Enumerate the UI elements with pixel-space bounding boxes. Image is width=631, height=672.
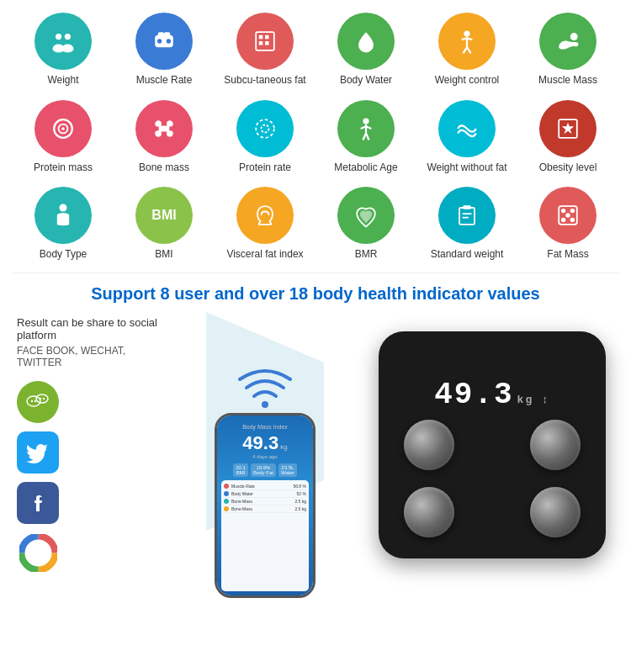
phone-list: Muscle Rate 56.8 % Body Water 52 % Bone …: [221, 480, 309, 591]
icon-obesity-level: Obesity level: [522, 100, 614, 175]
scale-electrode-bl: [404, 487, 454, 537]
icon-metabolic-age-circle: [337, 100, 395, 157]
icon-weight-without-fat-circle: [438, 100, 496, 157]
color-wheel-icon: [17, 532, 59, 574]
icon-weight-without-fat-label: Weight without fat: [427, 161, 506, 175]
svg-point-10: [167, 39, 171, 43]
svg-point-9: [157, 39, 162, 43]
icon-standard-weight: Standard weight: [421, 187, 513, 262]
svg-point-25: [61, 127, 65, 130]
icon-body-water-label: Body Water: [340, 74, 392, 87]
icon-bone-mass: Bone mass: [118, 100, 210, 175]
phone-mockup: Body Mass Index 49.3 kg 4 days ago 20.1 …: [215, 413, 316, 598]
platforms-text: FACE BOOK, WECHAT, TWITTER: [17, 345, 160, 368]
scale-display: 49.3kg ↕: [434, 378, 550, 412]
icon-protein-mass: Protein mass: [17, 100, 109, 175]
icon-bone-mass-label: Bone mass: [139, 161, 189, 175]
svg-point-48: [36, 394, 48, 403]
icon-fat-mass-circle: [539, 187, 597, 244]
phone-stat-fat: 19.9% Body Fat: [251, 463, 276, 477]
svg-rect-8: [164, 32, 170, 36]
facebook-icon: [17, 482, 59, 524]
svg-rect-40: [464, 205, 471, 209]
icon-subcu-fat: Subcu-taneous fat: [219, 13, 311, 87]
icon-bmr: BMR: [320, 187, 412, 262]
icon-fat-mass: Fat Mass: [522, 187, 614, 262]
icon-weight-control-circle: [438, 13, 496, 70]
icon-weight-label: Weight: [47, 74, 78, 87]
icon-protein-mass-circle: [34, 100, 92, 157]
phone-weight-value: 49.3: [242, 432, 278, 454]
scale-electrode-br: [530, 487, 581, 537]
icon-weight: Weight: [17, 13, 109, 87]
icon-muscle-rate-label: Muscle Rate: [136, 74, 193, 87]
phone-list-item-0: Muscle Rate 56.8 %: [224, 483, 306, 490]
icon-protein-rate-circle: [236, 100, 294, 157]
wechat-icon: [17, 381, 59, 423]
scale-electrode-tl: [404, 420, 454, 470]
icon-protein-mass-label: Protein mass: [34, 161, 93, 175]
twitter-icon: [17, 431, 59, 474]
svg-point-46: [565, 213, 570, 217]
svg-point-54: [29, 545, 46, 562]
phone-wifi-col: Body Mass Index 49.3 kg 4 days ago 20.1 …: [164, 312, 366, 579]
phone-stat-bmi: 20.1 BMI: [233, 463, 248, 477]
icon-metabolic-age-label: Metabolic Age: [334, 161, 397, 175]
icon-subcu-fat-circle: [236, 13, 294, 70]
scale-device: 49.3kg ↕: [379, 331, 606, 558]
icon-standard-weight-circle: [438, 187, 496, 244]
icon-body-type-circle: [34, 187, 92, 244]
social-section: Result can be share to social platform F…: [13, 312, 618, 579]
phone-weight-display: 49.3 kg: [242, 432, 287, 454]
phone-stats: 20.1 BMI 19.9% Body Fat 23.5L Water: [233, 463, 296, 477]
svg-point-56: [262, 401, 268, 408]
svg-rect-12: [259, 35, 263, 40]
svg-point-22: [570, 33, 578, 40]
svg-line-20: [464, 47, 468, 53]
icon-obesity-level-label: Obesity level: [539, 161, 597, 175]
icon-bmr-label: BMR: [355, 248, 378, 262]
icon-bmi-circle: BMI: [135, 187, 193, 244]
svg-rect-15: [265, 41, 269, 45]
icon-obesity-level-circle: [539, 100, 597, 157]
scale-col: 49.3kg ↕: [366, 312, 618, 579]
icons-row-3: Body Type BMI BMI Visceral fat index BMR…: [13, 183, 618, 266]
phone-list-item-1: Body Water 52 %: [224, 490, 306, 498]
social-left-col: Result can be share to social platform F…: [13, 312, 164, 579]
page-container: Weight Muscle Rate Subcu-taneous fat Bod…: [0, 0, 631, 587]
phone-stat-water: 23.5L Water: [278, 463, 297, 477]
icon-body-type-label: Body Type: [40, 248, 87, 262]
svg-rect-13: [265, 35, 269, 40]
svg-point-26: [256, 119, 274, 138]
svg-point-2: [53, 45, 64, 50]
social-icons-list: [17, 381, 160, 574]
support-headline: Support 8 user and over 18 body health i…: [13, 282, 618, 305]
icon-body-type: Body Type: [17, 187, 109, 262]
icon-protein-rate: Protein rate: [219, 100, 311, 175]
svg-point-52: [43, 398, 45, 399]
svg-rect-7: [158, 32, 164, 36]
icon-weight-without-fat: Weight without fat: [421, 100, 513, 175]
svg-point-28: [363, 118, 369, 124]
icon-muscle-mass: Muscle Mass: [522, 13, 614, 87]
icon-muscle-rate-circle: [135, 13, 193, 70]
icon-visceral-fat-circle: [236, 187, 294, 244]
icon-body-water-circle: [337, 13, 395, 70]
icon-bone-mass-circle: [135, 100, 193, 157]
svg-point-43: [570, 209, 575, 213]
icon-body-water: Body Water: [320, 13, 412, 87]
svg-point-47: [27, 396, 40, 406]
svg-point-42: [561, 209, 565, 213]
svg-point-27: [262, 124, 269, 132]
icon-weight-control: Weight control: [421, 13, 513, 87]
svg-point-4: [56, 34, 61, 40]
icon-visceral-fat: Visceral fat index: [219, 187, 311, 262]
phone-weight-unit: kg: [280, 443, 287, 451]
icons-row-2: Protein mass Bone mass Protein rate Meta…: [13, 96, 618, 179]
icon-standard-weight-label: Standard weight: [431, 248, 504, 262]
svg-point-16: [464, 30, 469, 36]
svg-point-44: [561, 218, 565, 222]
svg-rect-37: [459, 208, 475, 225]
phone-header: Body Mass Index: [242, 424, 288, 430]
share-text: Result can be share to social platform: [17, 316, 160, 341]
